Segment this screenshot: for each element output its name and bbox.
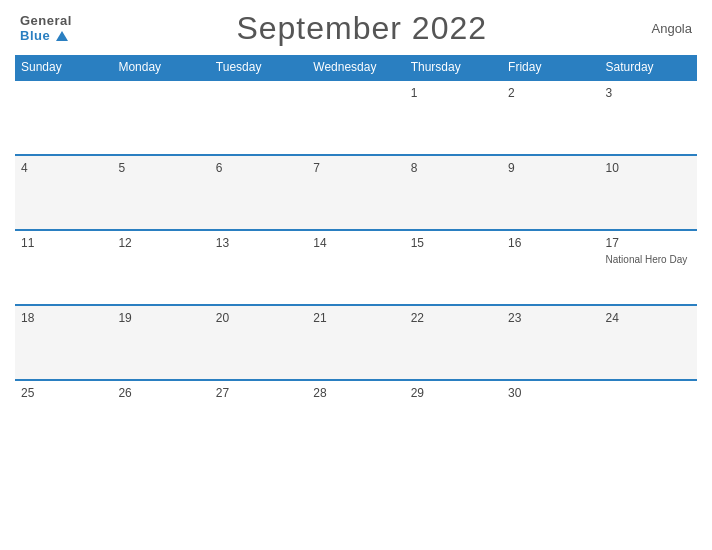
col-saturday: Saturday xyxy=(600,55,697,80)
calendar-cell xyxy=(210,80,307,155)
logo: General Blue xyxy=(20,14,72,43)
calendar-week-5: 252627282930 xyxy=(15,380,697,455)
calendar-week-4: 18192021222324 xyxy=(15,305,697,380)
calendar-cell: 8 xyxy=(405,155,502,230)
day-number: 21 xyxy=(313,311,398,325)
calendar-cell: 3 xyxy=(600,80,697,155)
calendar-cell: 16 xyxy=(502,230,599,305)
calendar-cell: 6 xyxy=(210,155,307,230)
calendar-cell: 29 xyxy=(405,380,502,455)
day-number: 22 xyxy=(411,311,496,325)
calendar-cell: 19 xyxy=(112,305,209,380)
calendar-cell: 17National Hero Day xyxy=(600,230,697,305)
calendar-cell: 21 xyxy=(307,305,404,380)
col-friday: Friday xyxy=(502,55,599,80)
day-number: 15 xyxy=(411,236,496,250)
day-number: 13 xyxy=(216,236,301,250)
col-tuesday: Tuesday xyxy=(210,55,307,80)
calendar-header-row: Sunday Monday Tuesday Wednesday Thursday… xyxy=(15,55,697,80)
day-number: 6 xyxy=(216,161,301,175)
logo-triangle-icon xyxy=(56,31,68,41)
calendar-cell: 27 xyxy=(210,380,307,455)
day-number: 23 xyxy=(508,311,593,325)
country-label: Angola xyxy=(652,21,692,36)
calendar-cell: 20 xyxy=(210,305,307,380)
day-number: 19 xyxy=(118,311,203,325)
calendar-cell: 9 xyxy=(502,155,599,230)
day-number: 7 xyxy=(313,161,398,175)
day-number: 29 xyxy=(411,386,496,400)
day-number: 10 xyxy=(606,161,691,175)
calendar-cell: 7 xyxy=(307,155,404,230)
day-number: 14 xyxy=(313,236,398,250)
day-number: 18 xyxy=(21,311,106,325)
calendar-week-1: 123 xyxy=(15,80,697,155)
day-number: 2 xyxy=(508,86,593,100)
day-number: 3 xyxy=(606,86,691,100)
col-monday: Monday xyxy=(112,55,209,80)
day-number: 16 xyxy=(508,236,593,250)
day-number: 20 xyxy=(216,311,301,325)
calendar-cell: 23 xyxy=(502,305,599,380)
calendar-cell: 14 xyxy=(307,230,404,305)
calendar-cell xyxy=(15,80,112,155)
day-number: 30 xyxy=(508,386,593,400)
calendar-cell: 28 xyxy=(307,380,404,455)
calendar-cell: 24 xyxy=(600,305,697,380)
day-number: 1 xyxy=(411,86,496,100)
calendar-cell: 2 xyxy=(502,80,599,155)
calendar-cell: 22 xyxy=(405,305,502,380)
calendar-cell: 15 xyxy=(405,230,502,305)
calendar-table: Sunday Monday Tuesday Wednesday Thursday… xyxy=(15,55,697,455)
logo-blue-text: Blue xyxy=(20,29,72,43)
calendar-body: 1234567891011121314151617National Hero D… xyxy=(15,80,697,455)
calendar-cell: 30 xyxy=(502,380,599,455)
event-text: National Hero Day xyxy=(606,253,691,266)
day-number: 17 xyxy=(606,236,691,250)
col-sunday: Sunday xyxy=(15,55,112,80)
col-thursday: Thursday xyxy=(405,55,502,80)
day-number: 26 xyxy=(118,386,203,400)
calendar-cell: 13 xyxy=(210,230,307,305)
day-number: 8 xyxy=(411,161,496,175)
calendar-week-3: 11121314151617National Hero Day xyxy=(15,230,697,305)
calendar-cell: 1 xyxy=(405,80,502,155)
logo-general-text: General xyxy=(20,14,72,28)
calendar-cell: 26 xyxy=(112,380,209,455)
month-title: September 2022 xyxy=(236,10,487,47)
calendar-cell: 18 xyxy=(15,305,112,380)
day-number: 28 xyxy=(313,386,398,400)
calendar-header: General Blue September 2022 Angola xyxy=(15,10,697,47)
calendar-cell: 11 xyxy=(15,230,112,305)
calendar-cell: 10 xyxy=(600,155,697,230)
day-number: 24 xyxy=(606,311,691,325)
calendar-cell xyxy=(112,80,209,155)
calendar-cell: 5 xyxy=(112,155,209,230)
day-number: 5 xyxy=(118,161,203,175)
calendar-cell xyxy=(307,80,404,155)
calendar-wrapper: General Blue September 2022 Angola Sunda… xyxy=(0,0,712,550)
logo-blue-label: Blue xyxy=(20,28,50,43)
calendar-cell: 4 xyxy=(15,155,112,230)
day-number: 12 xyxy=(118,236,203,250)
day-number: 4 xyxy=(21,161,106,175)
day-number: 11 xyxy=(21,236,106,250)
calendar-cell: 25 xyxy=(15,380,112,455)
calendar-cell xyxy=(600,380,697,455)
day-number: 9 xyxy=(508,161,593,175)
day-number: 25 xyxy=(21,386,106,400)
col-wednesday: Wednesday xyxy=(307,55,404,80)
day-number: 27 xyxy=(216,386,301,400)
calendar-cell: 12 xyxy=(112,230,209,305)
calendar-week-2: 45678910 xyxy=(15,155,697,230)
